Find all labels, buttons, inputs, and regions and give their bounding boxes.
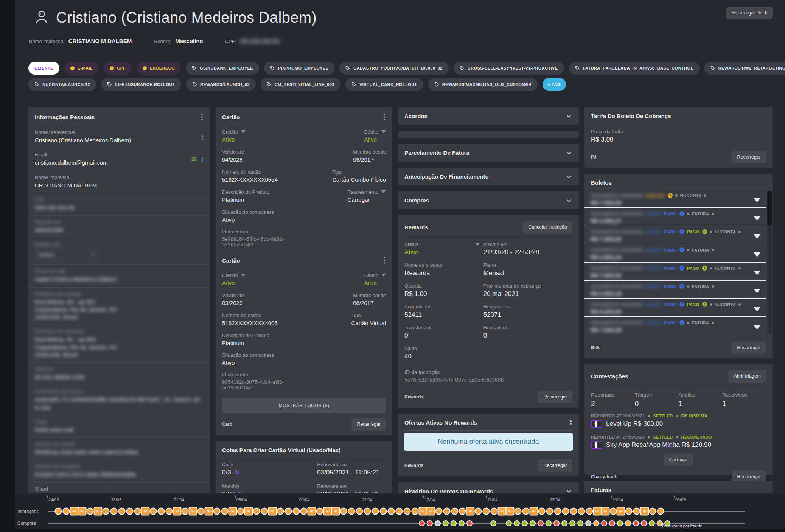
interaction-dot[interactable] <box>586 508 593 515</box>
kebab-menu-icon[interactable] <box>201 113 204 121</box>
interaction-dot[interactable] <box>538 508 545 515</box>
purchase-dot[interactable] <box>601 520 607 526</box>
expand-chevron-icon[interactable] <box>754 234 760 239</box>
purchase-dot[interactable] <box>435 520 441 526</box>
interaction-dot[interactable] <box>491 508 498 515</box>
scrollbar-track[interactable] <box>767 191 772 334</box>
purchase-dot[interactable] <box>633 520 639 526</box>
purchase-dot[interactable] <box>459 520 465 526</box>
expand-chevron-icon[interactable] <box>754 216 760 221</box>
interaction-dot[interactable] <box>475 508 482 515</box>
interaction-dot[interactable] <box>261 508 268 515</box>
email-interaction-icon[interactable]: ✉ <box>426 507 435 516</box>
purchase-dot[interactable] <box>609 520 615 526</box>
email-interaction-icon[interactable]: ✉ <box>93 507 102 516</box>
purchase-dot[interactable] <box>585 520 591 526</box>
kebab-menu-icon[interactable] <box>383 256 386 264</box>
interaction-dot[interactable] <box>411 508 418 515</box>
interaction-dot[interactable] <box>118 508 125 515</box>
question-icon[interactable]: ? <box>679 229 684 234</box>
interaction-dot[interactable] <box>403 508 410 515</box>
facebook-icon[interactable]: f <box>201 156 204 163</box>
purchase-dot[interactable] <box>569 520 575 526</box>
dispute-item[interactable]: REPORTED AT 19/03/2021SETTLEDEM DISPUTAL… <box>584 410 773 431</box>
boleto-row[interactable]: VENCIMENTO 00/00/0000REGISTRADO?FATURAR$… <box>584 316 766 334</box>
question-icon[interactable]: ? <box>679 211 684 216</box>
tag-chip[interactable]: PIXPROMO_EMPLOYEE <box>264 62 334 75</box>
question-icon[interactable]: ? <box>679 284 684 289</box>
accordion-historico-rewards[interactable]: Histórico De Pontos Do Rewards <box>398 482 579 494</box>
interaction-dot[interactable] <box>277 508 284 515</box>
interaction-dot[interactable] <box>340 508 347 515</box>
email-interaction-icon[interactable]: ✉ <box>498 507 507 516</box>
interaction-dot[interactable] <box>554 508 561 515</box>
interaction-dot[interactable] <box>515 508 522 515</box>
tag-chip[interactable]: REWARDS/LAUNCH_03 <box>186 78 256 91</box>
email-interaction-icon[interactable]: ✉ <box>530 507 538 516</box>
question-icon[interactable]: ? <box>679 302 684 307</box>
expand-chevron-icon[interactable] <box>754 252 760 257</box>
email-interaction-icon[interactable]: ✉ <box>506 507 515 516</box>
email-interaction-icon[interactable]: ✉ <box>308 507 316 516</box>
interaction-dot[interactable] <box>221 508 228 515</box>
tag-chip[interactable]: ENDEREÇO <box>137 62 181 75</box>
purchase-dot[interactable] <box>641 520 647 526</box>
email-interaction-icon[interactable]: ✉ <box>244 507 253 516</box>
purchase-dot[interactable] <box>553 520 560 526</box>
purchase-dot[interactable] <box>561 520 567 526</box>
email-interaction-icon[interactable]: ✉ <box>228 507 237 516</box>
triangle-down-icon[interactable] <box>241 130 246 133</box>
boleto-row[interactable]: VENCIMENTO 00/00/0000REGISTRADO?FATURAR$… <box>584 207 766 226</box>
purchase-dot[interactable] <box>466 520 473 526</box>
boleto-row[interactable]: VENCIMENTO 00/00/0000REGISTRADO?PAGO?NUC… <box>584 226 766 244</box>
email-interaction-icon[interactable]: ✉ <box>78 507 86 516</box>
interaction-dot[interactable] <box>134 508 141 515</box>
estado-civil-select[interactable]: Solteiro <box>35 249 98 261</box>
boleto-row[interactable]: VENCIMENTO 00/00/0000REGISTRADO?PAGO?NUC… <box>584 262 766 280</box>
question-icon[interactable]: ? <box>702 229 707 234</box>
question-icon[interactable]: ? <box>679 320 684 325</box>
triangle-down-icon[interactable] <box>381 274 386 277</box>
email-interaction-icon[interactable]: ✉ <box>617 507 625 516</box>
tag-chip[interactable]: CLIENTE <box>28 62 59 75</box>
email-interaction-icon[interactable]: ✉ <box>205 507 213 516</box>
email-interaction-icon[interactable]: ✉ <box>640 507 649 516</box>
interaction-dot[interactable] <box>633 508 640 515</box>
cancel-subscription-button[interactable]: Cancelar inscrição <box>523 221 572 233</box>
tag-chip[interactable]: REWARDS/RW2_RETARGETING_CONTROL_TEST <box>704 62 785 75</box>
scrollbar-thumb[interactable] <box>767 191 772 226</box>
boleto-row[interactable]: VENCIMENTO 00/00/0000REGISTRADO?FATURAR$… <box>584 280 766 298</box>
question-icon[interactable]: ? <box>679 247 684 252</box>
purchase-dot[interactable] <box>419 520 425 526</box>
sort-icon[interactable] <box>569 420 572 425</box>
tag-chip[interactable]: CM_TEST/INITIAL_LINE_003 <box>261 78 340 91</box>
email-interaction-icon[interactable]: ✉ <box>601 507 609 516</box>
purchase-dot[interactable] <box>451 520 457 526</box>
interaction-dot[interactable] <box>102 508 109 515</box>
interaction-dot[interactable] <box>522 508 530 515</box>
interaction-dot[interactable] <box>657 508 664 515</box>
interaction-dot[interactable] <box>379 508 387 515</box>
boleto-row[interactable]: VENCIMENTO 00/00/0000REGISTRADO?PAGO?NUC… <box>584 298 766 316</box>
purchase-dot[interactable] <box>538 520 544 526</box>
tag-chip[interactable]: CPF <box>104 62 132 75</box>
boletos-reload-button[interactable]: Recarregar <box>732 342 766 354</box>
interaction-dot[interactable] <box>443 508 450 515</box>
interaction-dot[interactable] <box>348 508 355 515</box>
interaction-dot[interactable] <box>364 508 371 515</box>
facebook-icon[interactable]: f <box>201 134 204 141</box>
interaction-dot[interactable] <box>253 508 260 515</box>
tag-chip[interactable]: LIFE-INSURANCE-ROLLOUT <box>101 78 181 91</box>
accordion-parcelamento[interactable]: Parcelamento De Fatura <box>398 144 579 162</box>
email-interaction-icon[interactable]: ✉ <box>189 507 197 516</box>
interaction-dot[interactable] <box>292 508 300 515</box>
question-icon[interactable]: ? <box>679 266 684 271</box>
email-interaction-icon[interactable]: ✉ <box>173 507 182 516</box>
interaction-dot[interactable] <box>55 508 62 515</box>
question-icon[interactable]: ? <box>668 193 673 198</box>
interaction-dot[interactable] <box>387 508 395 515</box>
tag-chip[interactable]: FATURA_PARCELADA_IN_APP/50_BASE_CONTROL <box>569 62 700 75</box>
interaction-dot[interactable] <box>126 508 133 515</box>
interaction-dot[interactable] <box>609 508 617 515</box>
purchase-dot[interactable] <box>522 520 528 526</box>
